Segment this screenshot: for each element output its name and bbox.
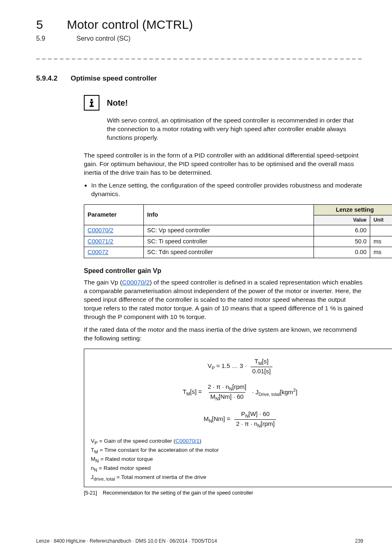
table-header-unit: Unit [370,215,392,225]
table-header-value: Value [314,215,370,225]
table-cell-info: SC: Ti speed controller [144,236,314,247]
table-cell-unit: ms [370,236,392,247]
note-block: Note! With servo control, an optimisatio… [84,95,363,142]
table-cell-value: 0.00 [314,247,370,258]
chapter-title: Motor control (MCTRL) [67,16,193,33]
table-header-parameter: Parameter [84,204,144,225]
table-header-info: Info [144,204,314,225]
table-cell-unit: ms [370,247,392,258]
param-link-inline[interactable]: C00070/2 [122,279,150,286]
svg-rect-3 [90,106,94,107]
svg-rect-2 [91,102,92,106]
speed-gain-para2: If the rated data of the motor and the m… [84,326,363,343]
speed-gain-para1: The gain Vp (C00070/2) of the speed cont… [84,278,363,321]
page-number: 239 [355,538,363,544]
equation-tm: TM[s] = 2 · π · nN[rpm] MN[Nm] · 60 · JD… [91,384,389,402]
list-item: In the Lenze setting, the configuration … [91,181,363,199]
info-icon [84,95,99,111]
note-body: With servo control, an optimisation of t… [107,116,363,142]
section-number: 5.9 [36,34,53,43]
table-row: C00070/2 SC: Vp speed controller 6.00 [84,225,392,236]
svg-point-0 [90,99,92,101]
equation-vp: VP ≈ 1.5 … 3 · TM[s] 0.01[s] [91,358,389,375]
table-cell-unit [370,225,392,236]
table-row: C00072 SC: Tdn speed controller 0.00 ms [84,247,392,258]
divider: _ _ _ _ _ _ _ _ _ _ _ _ _ _ _ _ _ _ _ _ … [36,52,363,60]
subsection-number: 5.9.4.2 [36,74,58,83]
subsection-title: Optimise speed controller [71,74,157,83]
table-cell-info: SC: Tdn speed controller [144,247,314,258]
section-title: Servo control (SC) [76,34,131,43]
subheading-speed-gain: Speed controller gain Vp [84,266,363,275]
table-header-lenze: Lenze setting [314,204,392,215]
table-row: C00071/2 SC: Ti speed controller 50.0 ms [84,236,392,247]
chapter-number: 5 [36,16,43,33]
param-link-inline[interactable]: C00070/1 [175,438,200,444]
bullet-list: In the Lenze setting, the configuration … [84,181,363,199]
param-link[interactable]: C00072 [88,249,108,255]
equation-mn: MN[Nm] = PN[W] · 60 2 · π · nN[rpm] [91,411,389,429]
footer-left: Lenze · 8400 HighLine · Referenzhandbuch… [36,538,217,544]
table-cell-value: 6.00 [314,225,370,236]
definitions: VP = Gain of the speed controller (C0007… [91,437,389,482]
figure-caption: [5-21]Recommendation for the setting of … [84,490,363,497]
param-link[interactable]: C00071/2 [88,238,113,245]
intro-paragraph: The speed controller is in the form of a… [84,151,363,177]
note-label: Note! [107,97,128,109]
table-cell-value: 50.0 [314,236,370,247]
param-link[interactable]: C00070/2 [88,227,113,234]
parameter-table: Parameter Info Lenze setting Value Unit … [84,204,392,258]
formula-box: VP ≈ 1.5 … 3 · TM[s] 0.01[s] TM[s] = 2 ·… [84,349,392,487]
table-cell-info: SC: Vp speed controller [144,225,314,236]
